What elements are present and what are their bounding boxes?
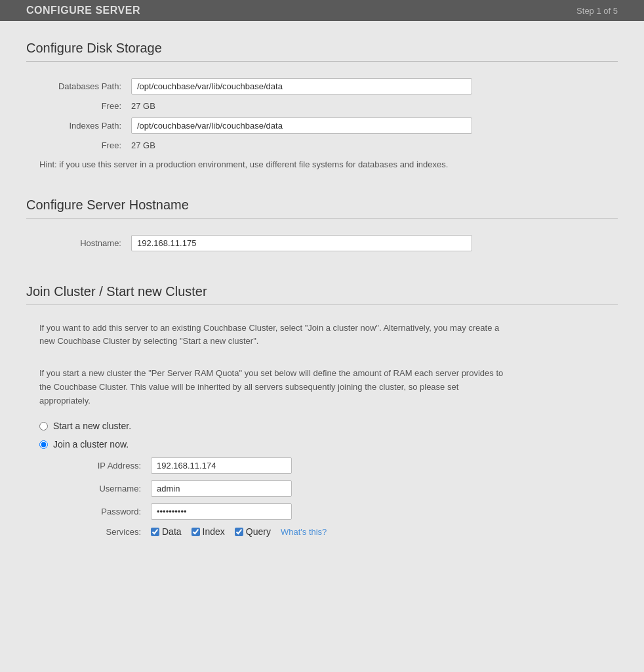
hostname-body: Hostname:: [26, 225, 618, 264]
join-cluster-section: Join Cluster / Start new Cluster If you …: [26, 284, 618, 551]
ip-address-input[interactable]: [151, 457, 292, 474]
index-service-checkbox[interactable]: Index: [191, 526, 225, 537]
databases-free-value: 27 GB: [131, 101, 155, 111]
join-cluster-title: Join Cluster / Start new Cluster: [26, 284, 618, 305]
username-label: Username:: [59, 484, 151, 494]
index-checkbox[interactable]: [191, 528, 200, 536]
data-checkbox[interactable]: [151, 528, 159, 536]
services-row: Services: Data Index: [59, 526, 605, 537]
username-input[interactable]: [151, 480, 292, 497]
start-new-radio[interactable]: [39, 422, 48, 430]
password-label: Password:: [59, 507, 151, 516]
hostname-section: Configure Server Hostname Hostname:: [26, 198, 618, 264]
services-options: Data Index Query What's t: [151, 526, 327, 537]
indexes-free-value: 27 GB: [131, 140, 155, 150]
query-checkbox[interactable]: [235, 528, 243, 536]
cluster-desc-2: If you start a new cluster the "Per Serv…: [39, 367, 505, 408]
databases-path-input[interactable]: [131, 78, 472, 94]
cluster-description: If you want to add this server to an exi…: [39, 322, 605, 408]
databases-path-row: Databases Path:: [39, 78, 605, 94]
join-now-label: Join a cluster now.: [53, 439, 129, 450]
join-fields: IP Address: Username: Password:: [39, 457, 605, 537]
databases-free-row: Free: 27 GB: [39, 101, 605, 111]
header-bar: CONFIGURE SERVER Step 1 of 5: [0, 0, 644, 21]
indexes-free-row: Free: 27 GB: [39, 140, 605, 150]
ip-address-label: IP Address:: [59, 461, 151, 471]
hostname-title: Configure Server Hostname: [26, 198, 618, 219]
join-cluster-body: If you want to add this server to an exi…: [26, 312, 618, 551]
indexes-free-label: Free:: [39, 140, 131, 150]
page-title: CONFIGURE SERVER: [26, 5, 140, 16]
hostname-row: Hostname:: [39, 235, 605, 251]
databases-free-label: Free:: [39, 101, 131, 111]
start-new-cluster-option[interactable]: Start a new cluster.: [39, 421, 605, 431]
step-indicator: Step 1 of 5: [576, 6, 618, 16]
hostname-input[interactable]: [131, 235, 472, 251]
main-content: Configure Disk Storage Databases Path: F…: [0, 21, 644, 596]
query-service-checkbox[interactable]: Query: [235, 526, 271, 537]
disk-storage-section: Configure Disk Storage Databases Path: F…: [26, 41, 618, 178]
join-now-radio[interactable]: [39, 440, 48, 449]
indexes-path-input[interactable]: [131, 117, 472, 134]
index-service-label: Index: [203, 526, 225, 537]
hostname-label: Hostname:: [39, 238, 131, 248]
ip-address-row: IP Address:: [59, 457, 605, 474]
join-cluster-option[interactable]: Join a cluster now.: [39, 439, 605, 450]
cluster-desc-1: If you want to add this server to an exi…: [39, 322, 505, 349]
start-new-label: Start a new cluster.: [53, 421, 131, 431]
disk-storage-body: Databases Path: Free: 27 GB Indexes Path…: [26, 68, 618, 178]
services-label: Services:: [59, 527, 151, 537]
data-service-checkbox[interactable]: Data: [151, 526, 182, 537]
radio-group: Start a new cluster. Join a cluster now.…: [39, 421, 605, 537]
username-row: Username:: [59, 480, 605, 497]
indexes-path-row: Indexes Path:: [39, 117, 605, 134]
whats-this-link[interactable]: What's this?: [281, 527, 327, 537]
data-service-label: Data: [162, 526, 182, 537]
password-row: Password:: [59, 503, 605, 520]
disk-storage-title: Configure Disk Storage: [26, 41, 618, 62]
password-input[interactable]: [151, 503, 292, 520]
page-wrapper: CONFIGURE SERVER Step 1 of 5 Configure D…: [0, 0, 644, 672]
disk-storage-hint: Hint: if you use this server in a produc…: [39, 158, 498, 171]
query-service-label: Query: [246, 526, 271, 537]
indexes-path-label: Indexes Path:: [39, 121, 131, 131]
databases-path-label: Databases Path:: [39, 81, 131, 91]
